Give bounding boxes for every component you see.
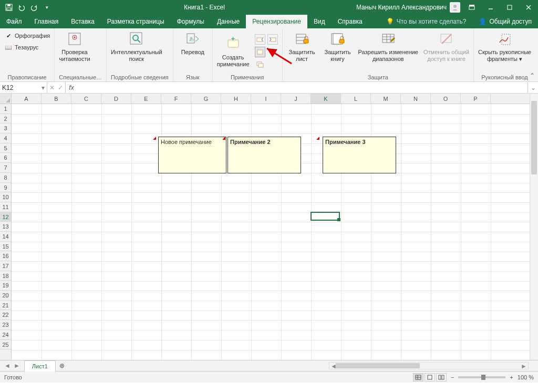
undo-button[interactable] <box>16 2 27 13</box>
name-box[interactable]: K12▾ <box>0 82 47 93</box>
col-header-H[interactable]: H <box>221 94 251 104</box>
qat-customize[interactable]: ▾ <box>41 2 53 13</box>
row-header-24[interactable]: 24 <box>0 330 11 340</box>
row-header-3[interactable]: 3 <box>0 123 11 133</box>
col-header-O[interactable]: O <box>431 94 461 104</box>
sheet-nav-prev[interactable]: ◄ <box>3 362 12 369</box>
tab-формулы[interactable]: Формулы <box>171 15 211 28</box>
col-header-F[interactable]: F <box>161 94 191 104</box>
col-header-D[interactable]: D <box>101 94 131 104</box>
zoom-slider[interactable] <box>458 376 505 378</box>
row-header-22[interactable]: 22 <box>0 310 11 320</box>
insert-function-button[interactable]: fx <box>66 82 77 93</box>
row-header-4[interactable]: 4 <box>0 133 11 143</box>
comment-anchor-3[interactable] <box>316 137 319 140</box>
hide-ink-button[interactable]: Скрыть рукописные фрагменты ▾ <box>478 30 531 63</box>
col-header-I[interactable]: I <box>251 94 281 104</box>
row-header-18[interactable]: 18 <box>0 271 11 281</box>
row-header-23[interactable]: 23 <box>0 320 11 330</box>
tell-me[interactable]: 💡 Что вы хотите сделать? <box>380 15 473 28</box>
row-header-25[interactable]: 25 <box>0 340 11 350</box>
ribbon-display-options[interactable] <box>462 0 481 15</box>
tab-вставка[interactable]: Вставка <box>65 15 101 28</box>
expand-formula-bar[interactable]: ⌄ <box>527 82 538 93</box>
hscroll-thumb[interactable] <box>336 363 420 368</box>
tab-разметка страницы[interactable]: Разметка страницы <box>101 15 171 28</box>
row-header-5[interactable]: 5 <box>0 143 11 153</box>
maximize-button[interactable] <box>500 0 519 15</box>
tab-рецензирование[interactable]: Рецензирование <box>246 15 307 28</box>
zoom-value[interactable]: 100 % <box>518 374 534 380</box>
comment-anchor-2[interactable] <box>222 137 225 140</box>
vertical-scrollbar[interactable] <box>530 94 538 360</box>
zoom-out-button[interactable]: − <box>451 374 454 380</box>
collapse-ribbon-button[interactable]: ⌃ <box>530 72 535 79</box>
col-header-M[interactable]: M <box>371 94 401 104</box>
row-header-12[interactable]: 12 <box>0 212 11 222</box>
row-header-13[interactable]: 13 <box>0 222 11 232</box>
col-header-A[interactable]: A <box>12 94 42 104</box>
formula-input[interactable] <box>77 82 527 93</box>
col-header-J[interactable]: J <box>281 94 311 104</box>
horizontal-scrollbar[interactable]: ◄ ► <box>329 362 529 369</box>
sheet-nav-next[interactable]: ► <box>13 362 21 369</box>
tab-главная[interactable]: Главная <box>28 15 65 28</box>
share-button[interactable]: 👤 Общий доступ <box>472 15 538 28</box>
col-header-C[interactable]: C <box>71 94 101 104</box>
redo-button[interactable] <box>28 2 40 13</box>
row-header-16[interactable]: 16 <box>0 251 11 261</box>
col-header-G[interactable]: G <box>191 94 221 104</box>
row-header-15[interactable]: 15 <box>0 242 11 252</box>
row-header-20[interactable]: 20 <box>0 291 11 301</box>
row-header-11[interactable]: 11 <box>0 202 11 212</box>
row-header-21[interactable]: 21 <box>0 301 11 311</box>
tab-справка[interactable]: Справка <box>332 15 369 28</box>
minimize-button[interactable] <box>481 0 500 15</box>
col-header-K[interactable]: K <box>311 94 341 104</box>
comment-box-1[interactable]: Новое примечание <box>158 137 226 173</box>
hscroll-right-icon[interactable]: ► <box>521 363 527 370</box>
tab-вид[interactable]: Вид <box>307 15 332 28</box>
col-header-N[interactable]: N <box>401 94 431 104</box>
translate-button[interactable]: あ Перевод <box>178 30 208 56</box>
previous-comment-button[interactable] <box>255 34 265 45</box>
spelling-button[interactable]: ✔Орфография <box>4 30 50 41</box>
grid[interactable]: Новое примечаниеПримечание 2Примечание 3 <box>12 104 530 360</box>
thesaurus-button[interactable]: 📖Тезаурус <box>4 42 50 53</box>
row-header-9[interactable]: 9 <box>0 183 11 193</box>
row-header-7[interactable]: 7 <box>0 163 11 173</box>
comment-box-3[interactable]: Примечание 3 <box>323 137 396 173</box>
close-button[interactable] <box>519 0 538 15</box>
tab-файл[interactable]: Файл <box>0 15 28 28</box>
col-header-L[interactable]: L <box>341 94 371 104</box>
comment-anchor-1[interactable] <box>153 137 156 140</box>
row-header-10[interactable]: 10 <box>0 192 11 202</box>
zoom-thumb[interactable] <box>481 375 485 380</box>
row-header-2[interactable]: 2 <box>0 114 11 124</box>
check-accessibility-button[interactable]: Проверка читаемости <box>59 30 90 63</box>
zoom-in-button[interactable]: + <box>510 374 513 380</box>
select-all-button[interactable] <box>0 94 11 104</box>
avatar[interactable] <box>450 2 460 13</box>
save-button[interactable] <box>3 2 15 13</box>
row-header-19[interactable]: 19 <box>0 281 11 291</box>
new-sheet-button[interactable]: ⊕ <box>56 362 68 369</box>
normal-view-button[interactable] <box>413 373 423 381</box>
row-header-6[interactable]: 6 <box>0 153 11 163</box>
next-comment-button[interactable] <box>267 34 278 45</box>
row-header-14[interactable]: 14 <box>0 232 11 242</box>
page-break-view-button[interactable] <box>436 373 447 381</box>
tab-данные[interactable]: Данные <box>211 15 246 28</box>
comment-box-2[interactable]: Примечание 2 <box>227 137 301 173</box>
row-header-17[interactable]: 17 <box>0 261 11 271</box>
protect-workbook-button[interactable]: Защитить книгу <box>323 30 353 63</box>
page-layout-view-button[interactable] <box>425 373 435 381</box>
scrollbar-thumb[interactable] <box>531 101 537 174</box>
new-comment-button[interactable]: + Создать примечание <box>217 36 250 68</box>
sheet-tab-active[interactable]: Лист1 <box>24 360 56 372</box>
col-header-P[interactable]: P <box>461 94 491 104</box>
col-header-B[interactable]: B <box>42 94 71 104</box>
smart-lookup-button[interactable]: Интеллектуальный поиск <box>111 30 162 63</box>
row-header-1[interactable]: 1 <box>0 104 11 114</box>
col-header-E[interactable]: E <box>131 94 161 104</box>
